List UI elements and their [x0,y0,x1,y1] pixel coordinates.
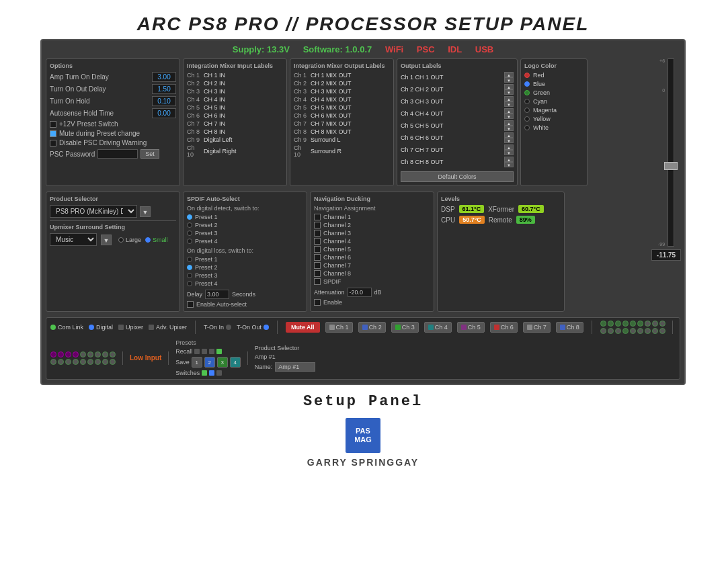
recall-dot-4[interactable] [216,349,222,354]
cb-mute-box [50,130,56,137]
dropdown-arrow-icon[interactable]: ▼ [140,206,151,217]
out-label-3: Ch 3 CH 3 OUT ▲▼ [401,96,514,107]
spdif-delay-unit: Seconds [232,291,255,298]
spdif-loss-preset3[interactable]: Preset 3 [187,272,303,279]
ch6-btn[interactable]: Ch 6 [490,322,518,333]
upmixer-large-label: Large [126,237,141,243]
page-subtitle: Setup Panel [303,393,423,410]
recall-dot-1[interactable] [194,349,200,354]
upmixer-large-radio[interactable] [118,237,124,243]
options-box: Options Amp Turn On Delay 3.00 Turn On O… [46,58,180,186]
nav-ch-1[interactable]: Channel 1 [314,214,430,220]
nav-atten-unit: dB [374,289,382,296]
clip-11 [608,328,614,334]
ch4-btn[interactable]: Ch 4 [424,322,452,333]
logo-color-cyan[interactable]: Cyan [524,98,583,105]
spdif-delay-value[interactable]: 3.00 [205,290,229,299]
option-row-amp-delay: Amp Turn On Delay 3.00 [50,72,176,82]
ch3-btn[interactable]: Ch 3 [391,322,419,333]
ch8-btn[interactable]: Ch 8 [556,322,583,333]
options-title: Options [50,62,176,69]
logo-color-red[interactable]: Red [524,72,583,79]
logo-color-yellow[interactable]: Yellow [524,116,583,122]
option-value-hold[interactable]: 0.10 [152,96,176,106]
mute-all-button[interactable]: Mute All [286,322,320,333]
spdif-detect-preset4[interactable]: Preset 4 [187,238,303,245]
checkbox-12v[interactable]: +12V Preset Switch [50,120,176,128]
clip-17 [652,328,658,334]
ch-out-7: Ch 7CH 7 MIX OUT [294,120,390,127]
spdif-enable-row[interactable]: Enable Auto-select [187,301,303,308]
dsp-row: DSP 61.1°C XFormer 60.7°C [441,205,561,213]
option-value-autosense[interactable]: 0.00 [152,108,176,118]
product-selector-dropdown[interactable]: PS8 PRO (McKinley) DSP [50,205,137,218]
save-btn-3[interactable]: 3 [217,357,228,368]
clip2-13 [73,359,79,365]
ch1-btn[interactable]: Ch 1 [325,322,353,333]
nav-enable-cb [314,299,321,306]
spdif-detect-preset2[interactable]: Preset 2 [187,222,303,228]
option-value-amp-delay[interactable]: 3.00 [152,72,176,82]
nav-atten-value[interactable]: -20.0 [348,288,372,297]
spdif-loss-preset4[interactable]: Preset 4 [187,280,303,287]
clip-3 [615,321,621,327]
clip-indicators [600,321,666,334]
nav-enable-row[interactable]: Enable [314,299,430,306]
nav-ch-4[interactable]: Channel 4 [314,238,430,245]
status-software: Software: 1.0.0.7 [303,44,372,54]
checkbox-mute[interactable]: Mute during Preset change [50,130,176,137]
output-labels-title: Output Labels [401,62,514,69]
option-value-out-delay[interactable]: 1.50 [152,84,176,94]
clip2-14 [80,359,86,365]
upmixer-small-radio[interactable] [145,237,151,243]
logo-color-white[interactable]: White [524,124,583,131]
spdif-detect-preset3[interactable]: Preset 3 [187,230,303,237]
nav-spdif[interactable]: SPDIF [314,278,430,285]
logo-color-blue[interactable]: Blue [524,81,583,87]
nav-ch-2[interactable]: Channel 2 [314,222,430,228]
amp-label: Amp #1 [255,353,276,360]
recall-dot-3[interactable] [209,349,214,354]
spdif-loss-preset2[interactable]: Preset 2 [187,264,303,271]
ch7-btn[interactable]: Ch 7 [523,322,551,333]
nav-ch-3[interactable]: Channel 3 [314,230,430,237]
recall-dot-2[interactable] [202,349,207,354]
spdif-detect-preset1[interactable]: Preset 1 [187,214,303,220]
logo-color-magenta[interactable]: Magenta [524,107,583,114]
nav-ch-7[interactable]: Channel 7 [314,262,430,269]
save-btn-2[interactable]: 2 [204,357,215,368]
default-colors-button[interactable]: Default Colors [401,171,514,182]
clip2-5 [80,351,86,358]
nav-ch-8[interactable]: Channel 8 [314,270,430,277]
ch2-btn[interactable]: Ch 2 [358,322,386,333]
upmixer-dropdown-arrow-icon[interactable]: ▼ [101,235,112,245]
checkbox-disable-psc[interactable]: Disable PSC Driving Warning [50,139,176,146]
save-btn-1[interactable]: 1 [192,357,202,368]
switches-row: Switches [175,370,241,376]
cb-disable-psc-label: Disable PSC Driving Warning [59,139,147,146]
switch-dot-1[interactable] [202,370,207,376]
set-button[interactable]: Set [140,149,159,159]
switch-dot-2[interactable] [209,370,214,376]
t-on-out-label: T-On Out [237,324,261,331]
save-btn-4[interactable]: 4 [230,357,241,368]
nav-ch-6[interactable]: Channel 6 [314,254,430,261]
ch5-btn[interactable]: Ch 5 [457,322,485,333]
spdif-loss-preset1[interactable]: Preset 1 [187,256,303,263]
amp-name-input[interactable] [275,362,315,372]
switch-dot-3[interactable] [216,370,222,376]
ch-out-1: Ch 1CH 1 MIX OUT [294,72,390,79]
clip2-9 [110,351,116,358]
output-labels-box: Output Labels Ch 1 CH 1 OUT ▲▼ Ch 2 CH 2… [397,58,518,186]
logo-area: PASMAG GARRY SPRINGGAY [307,418,419,468]
nav-ch-5[interactable]: Channel 5 [314,246,430,253]
clip2-2 [58,351,64,358]
upmixer-dropdown[interactable]: Music [50,233,97,246]
fader-knob[interactable] [664,162,678,170]
logo-color-green[interactable]: Green [524,89,583,96]
option-row-out-delay: Turn On Out Delay 1.50 [50,84,176,94]
psc-password-input[interactable] [97,149,138,159]
logo-color-box: Logo Color Red Blue Green Cyan Magenta Y… [520,58,588,186]
status-psc: PSC [417,44,435,54]
ch-in-7: Ch 7CH 7 IN [187,120,283,127]
